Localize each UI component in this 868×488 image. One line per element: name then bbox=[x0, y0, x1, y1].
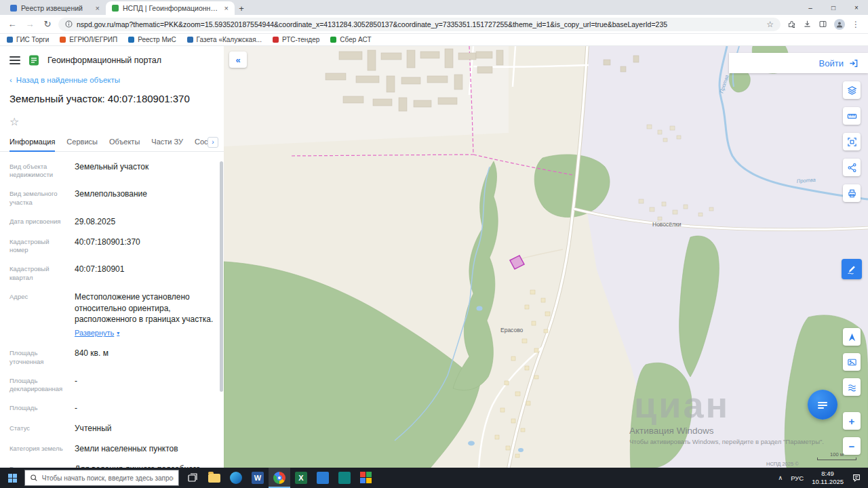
menu-burger-icon[interactable] bbox=[9, 56, 20, 64]
field-value: Земельный участок bbox=[75, 161, 149, 180]
system-tray: ∧ РУС 8:49 10.11.2025 bbox=[778, 470, 868, 486]
login-arrow-icon[interactable] bbox=[848, 58, 859, 68]
site-info-icon[interactable] bbox=[65, 20, 73, 28]
share-button[interactable] bbox=[843, 159, 861, 176]
draw-tool-button-active[interactable] bbox=[842, 259, 862, 279]
field-label: Площадь декларированная bbox=[9, 375, 75, 394]
map-scale-bar: 100 м bbox=[817, 451, 856, 460]
address-bar[interactable]: nspd.gov.ru/map?thematic=PKK&zoom=15.593… bbox=[58, 18, 781, 31]
tabs-scroll-right-button[interactable]: › bbox=[208, 137, 218, 148]
taskbar-app-teal[interactable] bbox=[334, 468, 355, 488]
window-close-button[interactable]: × bbox=[845, 0, 868, 15]
bookmark-reestr-mis[interactable]: Реестр МиС bbox=[128, 36, 176, 43]
task-view-button[interactable] bbox=[182, 468, 203, 488]
expand-link[interactable]: Развернуть▾ bbox=[75, 328, 119, 338]
field-value: - bbox=[75, 375, 77, 394]
profile-avatar[interactable] bbox=[834, 19, 845, 30]
chrome-action-icons: ⋮ bbox=[785, 19, 863, 30]
panel-collapse-button[interactable]: « bbox=[229, 52, 247, 68]
panel-tabs: Информация Сервисы Объекты Части ЗУ Сост… bbox=[0, 132, 224, 152]
window-maximize-button[interactable]: □ bbox=[822, 0, 845, 15]
favorite-star-icon[interactable]: ☆ bbox=[9, 116, 19, 127]
field-value: Учтенный bbox=[75, 423, 112, 434]
back-button[interactable]: ← bbox=[5, 18, 19, 31]
bookmark-star-icon[interactable]: ☆ bbox=[766, 20, 774, 29]
expand-label: Развернуть bbox=[75, 328, 114, 338]
field-row: Вид земельного участкаЗемлепользование bbox=[9, 188, 216, 207]
back-to-results-link[interactable]: ‹ Назад в найденные объекты bbox=[0, 73, 224, 85]
browser-menu-icon[interactable]: ⋮ bbox=[852, 20, 860, 29]
taskbar-edge[interactable] bbox=[225, 468, 247, 488]
layers-button[interactable] bbox=[843, 81, 861, 99]
location-arrow-icon bbox=[847, 332, 857, 342]
print-button[interactable] bbox=[843, 184, 861, 202]
forward-button[interactable]: → bbox=[23, 18, 37, 31]
browser-icon bbox=[273, 472, 285, 484]
tab-services[interactable]: Сервисы bbox=[66, 138, 98, 151]
attribute-list: Вид объекта недвижимостиЗемельный участо… bbox=[0, 152, 224, 468]
zoom-in-label: + bbox=[849, 415, 855, 427]
field-value: 840 кв. м bbox=[75, 348, 108, 367]
taskbar-browser-active[interactable] bbox=[269, 468, 290, 488]
tab-information[interactable]: Информация bbox=[9, 138, 55, 152]
tab2-close-icon[interactable]: × bbox=[224, 4, 229, 12]
area-select-button[interactable] bbox=[843, 133, 861, 150]
water-layers-button[interactable] bbox=[843, 378, 861, 396]
basemap-button[interactable] bbox=[843, 353, 861, 371]
taskbar-app-blue[interactable] bbox=[312, 468, 334, 488]
tab-objects[interactable]: Объекты bbox=[109, 138, 140, 151]
field-value: 40:07:180901 bbox=[75, 264, 124, 283]
word-icon: W bbox=[252, 472, 264, 484]
bookmark-rts-tender[interactable]: РТС-тендер bbox=[273, 36, 319, 43]
window-minimize-button[interactable]: – bbox=[799, 0, 822, 15]
panel-scrollbar[interactable] bbox=[220, 161, 223, 392]
tab-nspd[interactable]: НСПД | Геоинформационный п × bbox=[106, 1, 235, 15]
image-icon bbox=[847, 357, 857, 367]
field-row: Категория земельЗемли населенных пунктов bbox=[9, 443, 216, 455]
new-tab-button[interactable]: + bbox=[235, 1, 248, 15]
windows-logo-icon bbox=[8, 474, 17, 483]
favorite-row: ☆ bbox=[0, 106, 224, 132]
chat-support-button[interactable] bbox=[808, 390, 837, 420]
zoom-in-button[interactable]: + bbox=[843, 412, 861, 430]
downloads-icon[interactable] bbox=[803, 20, 812, 28]
bookmark-gis-torgi[interactable]: ГИС Торги bbox=[7, 36, 49, 43]
reload-button[interactable]: ↻ bbox=[41, 18, 54, 31]
start-button[interactable] bbox=[0, 468, 24, 488]
taskbar-word[interactable]: W bbox=[247, 468, 269, 488]
tab2-favicon bbox=[112, 5, 119, 12]
field-label: Вид земельного участка bbox=[9, 188, 75, 207]
taskbar-search-input[interactable]: Чтобы начать поиск, введите здесь запрос bbox=[24, 470, 179, 486]
action-center-icon[interactable] bbox=[852, 473, 861, 483]
map-area[interactable]: Новосёлки Ерасово Протва Протва циан Акт… bbox=[224, 46, 868, 468]
taskbar-photos[interactable] bbox=[355, 468, 377, 488]
tab1-close-icon[interactable]: × bbox=[96, 4, 100, 12]
taskbar-explorer[interactable] bbox=[203, 468, 225, 488]
language-indicator[interactable]: РУС bbox=[791, 474, 804, 482]
field-row: Вид объекта недвижимостиЗемельный участо… bbox=[9, 161, 216, 180]
tray-chevron-icon[interactable]: ∧ bbox=[778, 474, 783, 481]
bookmark-sber-ast[interactable]: Сбер АСТ bbox=[330, 36, 371, 43]
field-value: Землепользование bbox=[75, 188, 147, 207]
locate-me-button[interactable] bbox=[843, 328, 861, 346]
side-panel-icon[interactable] bbox=[818, 20, 827, 28]
bookmark-gazeta[interactable]: Газета «Калужская... bbox=[187, 36, 262, 43]
bookmark-label: Газета «Калужская... bbox=[197, 36, 262, 43]
login-button[interactable]: Войти bbox=[819, 58, 844, 68]
teal-app-icon bbox=[338, 472, 351, 484]
scale-line bbox=[817, 458, 856, 460]
taskbar-clock[interactable]: 8:49 10.11.2025 bbox=[812, 470, 844, 486]
field-label: Адрес bbox=[9, 291, 75, 339]
layers-icon bbox=[847, 85, 857, 96]
browser-navbar: ← → ↻ nspd.gov.ru/map?thematic=PKK&zoom=… bbox=[0, 15, 868, 34]
taskbar-excel[interactable]: X bbox=[290, 468, 312, 488]
window-controls: – □ × bbox=[799, 0, 868, 15]
tab-parts[interactable]: Части ЗУ bbox=[151, 138, 183, 151]
ruler-icon bbox=[847, 111, 857, 121]
field-value: 29.08.2025 bbox=[75, 216, 115, 228]
ruler-button[interactable] bbox=[843, 107, 861, 125]
extensions-puzzle-icon[interactable] bbox=[787, 20, 796, 28]
bookmark-egrul[interactable]: ЕГРЮЛ/ЕГРИП bbox=[60, 36, 117, 43]
field-row: Площадь декларированная- bbox=[9, 375, 216, 394]
tab-reestr[interactable]: Реестр извещений × bbox=[4, 1, 106, 15]
